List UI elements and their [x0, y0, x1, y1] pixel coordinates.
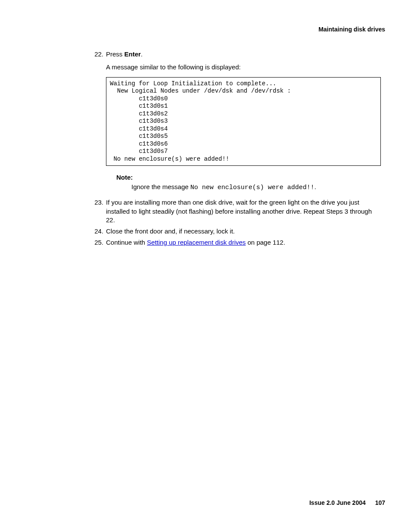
text: . — [141, 50, 143, 58]
content-area: 22. Press Enter. A message similar to th… — [26, 50, 385, 247]
step-25: 25. Continue with Setting up replacement… — [90, 238, 381, 247]
text: on page 112. — [246, 239, 285, 246]
bold-word: Enter — [125, 50, 141, 58]
step-number: 23. — [90, 198, 106, 224]
step-body: If you are installing more than one disk… — [106, 198, 381, 224]
step-body: Close the front door and, if necessary, … — [106, 227, 381, 236]
step-24: 24. Close the front door and, if necessa… — [90, 227, 381, 236]
issue-date: Issue 2.0 June 2004 — [309, 499, 366, 506]
page: Maintaining disk drives 22. Press Enter.… — [0, 0, 411, 532]
text: Ignore the message — [131, 183, 190, 190]
step-22: 22. Press Enter. — [90, 50, 381, 59]
link-setting-up-replacement[interactable]: Setting up replacement disk drives — [147, 239, 246, 246]
note-body: Ignore the message No new enclosure(s) w… — [131, 183, 381, 192]
page-number: 107 — [375, 499, 385, 506]
step-number: 25. — [90, 238, 106, 247]
step-body: Continue with Setting up replacement dis… — [106, 238, 381, 247]
header-title: Maintaining disk drives — [318, 26, 385, 33]
step-23: 23. If you are installing more than one … — [90, 198, 381, 224]
text: Continue with — [106, 239, 147, 246]
step-body: Press Enter. — [106, 50, 381, 59]
mono-text: No new enclosure(s) were added!! — [190, 184, 314, 191]
note-label: Note: — [116, 174, 381, 181]
text: . — [314, 183, 316, 190]
step-22-sub: A message similar to the following is di… — [106, 63, 381, 72]
text: Press — [106, 50, 125, 58]
step-number: 22. — [90, 50, 106, 59]
page-footer: Issue 2.0 June 2004 107 — [309, 499, 385, 506]
step-number: 24. — [90, 227, 106, 236]
code-output: Waiting for Loop Initialization to compl… — [106, 77, 381, 166]
page-header: Maintaining disk drives — [26, 26, 385, 33]
